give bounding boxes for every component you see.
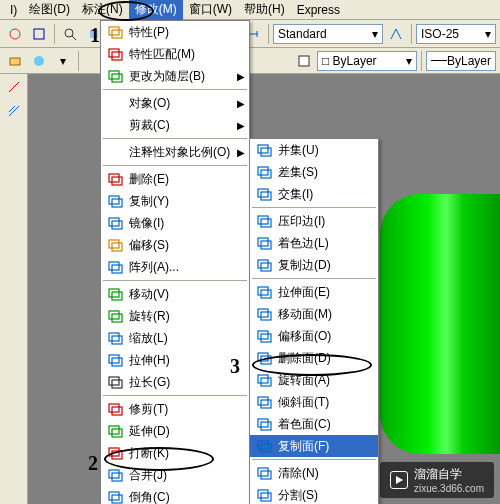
menu-item-sub[interactable]: 剪裁(C)▶ [101,114,249,136]
menu-item-clean[interactable]: 清除(N) [250,462,378,484]
props-icon [105,24,125,40]
menu-item-copy[interactable]: 复制(Y) [101,190,249,212]
svg-rect-31 [112,292,122,300]
svg-rect-66 [258,260,268,268]
menu-item-moveface[interactable]: 移动面(M) [250,303,378,325]
menu-item-separate[interactable]: 分割(S) [250,484,378,504]
linetype-dropdown[interactable]: ByLayer [426,51,496,71]
svg-rect-38 [109,377,119,385]
menu-item-join[interactable]: 合并(J) [101,464,249,486]
tool-button[interactable]: ▾ [52,50,74,72]
menu-item-label: 合并(J) [129,467,245,484]
menu-item[interactable]: 窗口(W) [183,0,238,20]
menu-item-move[interactable]: 移动(V) [101,283,249,305]
tool-button[interactable] [385,23,407,45]
menu-item[interactable]: 绘图(D) [23,0,76,20]
svg-rect-45 [112,451,122,459]
menu-item-match[interactable]: 特性匹配(M) [101,43,249,65]
menu-item-coloredge[interactable]: 着色边(L) [250,232,378,254]
menu-item-props[interactable]: 特性(P) [101,21,249,43]
menu-item-bylayer[interactable]: 更改为随层(B)▶ [101,65,249,87]
color-dropdown[interactable]: □ ByLayer▾ [317,51,417,71]
svg-rect-58 [258,167,268,175]
erase-icon [105,171,125,187]
menu-item-break[interactable]: 打断(K) [101,442,249,464]
blank-icon [105,95,125,111]
annotation-1: 1 [90,24,100,47]
color-icon[interactable] [293,50,315,72]
menu-item-erase[interactable]: 删除(E) [101,168,249,190]
svg-rect-48 [109,492,119,500]
menu-item-copyface[interactable]: 复制面(F) [250,435,378,457]
svg-rect-16 [109,49,119,57]
menubar: I)绘图(D)标注(N)修改(M)窗口(W)帮助(H)Express [0,0,500,20]
menu-item-sub[interactable]: 注释性对象比例(O)▶ [101,141,249,163]
tool-zoom-icon[interactable] [59,23,81,45]
menu-item-label: 旋转(R) [129,308,245,325]
menu-item-subtract[interactable]: 差集(S) [250,161,378,183]
menu-item-stretch[interactable]: 拉伸(H) [101,349,249,371]
menu-item-intersect[interactable]: 交集(I) [250,183,378,205]
menu-item[interactable]: 标注(N) [76,0,129,20]
menu-item-colorface[interactable]: 着色面(C) [250,413,378,435]
tool-button[interactable] [28,23,50,45]
menu-item-deleteface[interactable]: 删除面(D) [250,347,378,369]
tool-button[interactable] [4,23,26,45]
svg-marker-92 [396,476,403,484]
menu-item-copyedge[interactable]: 复制边(D) [250,254,378,276]
svg-point-2 [65,29,73,37]
menu-item[interactable]: I) [4,1,23,19]
menu-item-array[interactable]: 阵列(A)... [101,256,249,278]
svg-rect-73 [261,334,271,342]
svg-rect-49 [112,495,122,503]
svg-rect-24 [109,218,119,226]
menu-item-mirror[interactable]: 镜像(I) [101,212,249,234]
svg-rect-15 [112,30,122,38]
menu-item-extend[interactable]: 延伸(D) [101,420,249,442]
dropdown-value: ISO-25 [421,27,459,41]
menu-item-label: 偏移(S) [129,237,245,254]
menu-item-chamfer[interactable]: 倒角(C) [101,486,249,504]
menu-item-rotateface[interactable]: 旋转面(A) [250,369,378,391]
svg-rect-57 [261,148,271,156]
menu-item-extrudeface[interactable]: 拉伸面(E) [250,281,378,303]
extrudeface-icon [254,284,274,300]
menu-item-label: 特性(P) [129,24,245,41]
menu-item[interactable]: 修改(M) [129,0,183,20]
menu-item-offsetface[interactable]: 偏移面(O) [250,325,378,347]
submenu-arrow-icon: ▶ [237,71,245,82]
style-dropdown[interactable]: Standard▾ [273,24,383,44]
menu-item-lengthen[interactable]: 拉长(G) [101,371,249,393]
menu-item[interactable]: Express [291,1,346,19]
svg-rect-65 [261,241,271,249]
tool-button[interactable] [3,100,25,122]
watermark-url: zixue.3d66.com [414,483,484,494]
subtract-icon [254,164,274,180]
menu-item[interactable]: 帮助(H) [238,0,291,20]
menu-item-rotate[interactable]: 旋转(R) [101,305,249,327]
menu-item-offset[interactable]: 偏移(S) [101,234,249,256]
svg-rect-83 [261,444,271,452]
toolbar-2: ▾ □ ByLayer▾ ByLayer [0,48,500,74]
svg-rect-14 [109,27,119,35]
mirror-icon [105,215,125,231]
tool-button[interactable] [28,50,50,72]
svg-rect-85 [261,471,271,479]
menu-item-trim[interactable]: 修剪(T) [101,398,249,420]
menu-item-taperface[interactable]: 倾斜面(T) [250,391,378,413]
bylayer-icon [105,68,125,84]
dimstyle-dropdown[interactable]: ISO-25▾ [416,24,496,44]
array-icon [105,259,125,275]
submenu-arrow-icon: ▶ [237,120,245,131]
menu-item-union[interactable]: 并集(U) [250,139,378,161]
menu-item-scale[interactable]: 缩放(L) [101,327,249,349]
green-solid [380,194,500,454]
tool-button[interactable] [4,50,26,72]
separate-icon [254,487,274,503]
svg-rect-70 [258,309,268,317]
line-tool-icon[interactable] [3,76,25,98]
svg-rect-37 [112,358,122,366]
menu-item-sub[interactable]: 对象(O)▶ [101,92,249,114]
menu-item-imprint[interactable]: 压印边(I) [250,210,378,232]
svg-rect-42 [109,426,119,434]
